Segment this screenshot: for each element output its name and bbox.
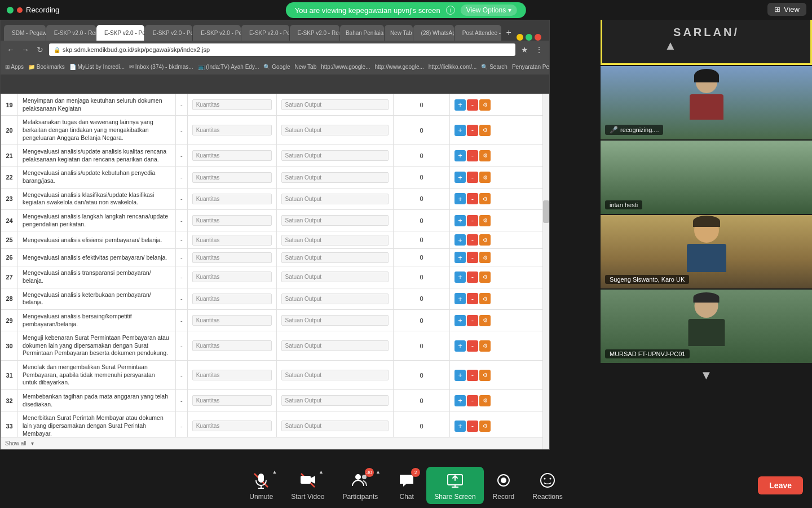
satuan-box[interactable]: Satuan Output: [281, 235, 389, 246]
plus-button[interactable]: +: [454, 421, 466, 432]
kuantitas-box[interactable]: Kuantitas: [192, 252, 272, 263]
plus-button[interactable]: +: [454, 172, 466, 183]
settings-button[interactable]: ⚙: [479, 125, 491, 136]
satuan-box[interactable]: Satuan Output: [281, 395, 389, 406]
minus-button[interactable]: -: [467, 172, 478, 183]
plus-button[interactable]: +: [454, 370, 466, 381]
dropdown-arrow[interactable]: ▾: [31, 440, 34, 446]
refresh-button[interactable]: ↻: [34, 45, 46, 54]
share-screen-button[interactable]: Share Screen: [426, 467, 483, 504]
scrollbar[interactable]: [542, 94, 549, 449]
minus-button[interactable]: -: [467, 252, 478, 263]
view-button[interactable]: ⊞ View: [767, 3, 806, 16]
bookmark-google[interactable]: 🔍 Google: [263, 64, 290, 70]
kuantitas-box[interactable]: Kuantitas: [192, 235, 272, 246]
bookmark-mylist[interactable]: 📄 MyList by Incredi...: [69, 64, 125, 70]
close-button[interactable]: [535, 34, 541, 41]
browser-tab-post[interactable]: Post Attendee - Z... ✕: [454, 25, 501, 41]
satuan-box[interactable]: Satuan Output: [281, 252, 389, 263]
satuan-box[interactable]: Satuan Output: [281, 271, 389, 282]
menu-button[interactable]: ⋮: [533, 45, 545, 54]
settings-button[interactable]: ⚙: [479, 172, 491, 183]
minus-button[interactable]: -: [467, 370, 478, 381]
satuan-box[interactable]: Satuan Output: [281, 125, 389, 135]
browser-tab-bahan[interactable]: Bahan Penilaian F... ✕: [340, 25, 384, 41]
kuantitas-box[interactable]: Kuantitas: [192, 215, 272, 226]
kuantitas-box[interactable]: Kuantitas: [192, 172, 272, 183]
unmute-button[interactable]: ▲ Unmute: [240, 466, 282, 505]
plus-button[interactable]: +: [454, 150, 466, 161]
browser-tab-sdm[interactable]: SDM - Pegawai ✕: [4, 25, 46, 41]
minus-button[interactable]: -: [467, 395, 478, 406]
bookmark-inbox[interactable]: ✉ Inbox (374) - bkdmas...: [129, 64, 193, 70]
plus-button[interactable]: +: [454, 395, 466, 406]
minus-button[interactable]: -: [467, 99, 478, 111]
back-button[interactable]: ←: [5, 45, 16, 54]
minimize-button[interactable]: [517, 34, 523, 41]
settings-button[interactable]: ⚙: [479, 315, 491, 326]
nav-arrow-up[interactable]: ▲: [664, 38, 677, 53]
satuan-box[interactable]: Satuan Output: [281, 340, 389, 351]
kuantitas-box[interactable]: Kuantitas: [192, 315, 272, 326]
participants-button[interactable]: 30 ▲ Participants: [334, 466, 387, 505]
new-tab-button[interactable]: +: [502, 25, 516, 41]
kuantitas-box[interactable]: Kuantitas: [192, 370, 272, 380]
settings-button[interactable]: ⚙: [479, 421, 491, 432]
satuan-box[interactable]: Satuan Output: [281, 194, 389, 204]
kuantitas-box[interactable]: Kuantitas: [192, 294, 272, 304]
minus-button[interactable]: -: [467, 293, 478, 304]
bookmark-button[interactable]: ★: [519, 45, 530, 54]
minus-button[interactable]: -: [467, 271, 478, 283]
satuan-box[interactable]: Satuan Output: [281, 315, 389, 326]
kuantitas-box[interactable]: Kuantitas: [192, 194, 272, 204]
plus-button[interactable]: +: [454, 99, 466, 111]
plus-button[interactable]: +: [454, 315, 466, 326]
kuantitas-box[interactable]: Kuantitas: [192, 340, 272, 351]
satuan-box[interactable]: Satuan Output: [281, 150, 389, 161]
minus-button[interactable]: -: [467, 421, 478, 432]
bookmark-url2[interactable]: http://www.google...: [375, 64, 424, 70]
bookmark-newtab[interactable]: New Tab: [295, 64, 317, 70]
start-video-button[interactable]: ▲ Start Video: [282, 466, 333, 505]
maximize-button[interactable]: [526, 34, 532, 41]
browser-tab-eskp1[interactable]: E-SKP v2.0 - Remu... ✕: [46, 25, 96, 41]
plus-button[interactable]: +: [454, 193, 466, 204]
browser-tab-eskp2[interactable]: E-SKP v2.0 - Peja... ✕: [96, 25, 144, 41]
minus-button[interactable]: -: [467, 340, 478, 352]
plus-button[interactable]: +: [454, 252, 466, 263]
browser-tab-eskp3[interactable]: E-SKP v2.0 - Peja... ✕: [145, 25, 193, 41]
chat-button[interactable]: 2 Chat: [387, 466, 426, 505]
satuan-box[interactable]: Satuan Output: [281, 99, 389, 110]
settings-button[interactable]: ⚙: [479, 271, 491, 283]
settings-button[interactable]: ⚙: [479, 150, 491, 161]
bookmark-indatv[interactable]: 📺 (Inda:TV) Ayah Edy...: [198, 64, 259, 70]
kuantitas-box[interactable]: Kuantitas: [192, 271, 272, 282]
plus-button[interactable]: +: [454, 125, 466, 136]
settings-button[interactable]: ⚙: [479, 293, 491, 304]
bookmark-url1[interactable]: http://www.google...: [321, 64, 370, 70]
bookmark-apps[interactable]: ⊞ Apps: [5, 64, 24, 70]
browser-tab-eskp6[interactable]: E-SKP v2.0 - Remu... ✕: [290, 25, 339, 41]
minus-button[interactable]: -: [467, 193, 478, 204]
kuantitas-box[interactable]: Kuantitas: [192, 125, 272, 135]
minus-button[interactable]: -: [467, 215, 478, 226]
browser-tab-newtab[interactable]: New Tab ✕: [385, 25, 413, 41]
minus-button[interactable]: -: [467, 125, 478, 136]
satuan-box[interactable]: Satuan Output: [281, 294, 389, 304]
settings-button[interactable]: ⚙: [479, 395, 491, 406]
reactions-button[interactable]: Reactions: [523, 466, 571, 505]
settings-button[interactable]: ⚙: [479, 340, 491, 352]
plus-button[interactable]: +: [454, 215, 466, 226]
minus-button[interactable]: -: [467, 150, 478, 161]
bookmark-penyaratan[interactable]: Penyaratan Pema...: [512, 64, 549, 70]
scrollbar-thumb[interactable]: [543, 200, 549, 223]
settings-button[interactable]: ⚙: [479, 370, 491, 381]
browser-tab-whatsapp[interactable]: (28) WhatsApp ✕: [413, 25, 454, 41]
settings-button[interactable]: ⚙: [479, 193, 491, 204]
kuantitas-box[interactable]: Kuantitas: [192, 150, 272, 161]
plus-button[interactable]: +: [454, 293, 466, 304]
forward-button[interactable]: →: [20, 45, 31, 54]
settings-button[interactable]: ⚙: [479, 252, 491, 263]
browser-tab-eskp4[interactable]: E-SKP v2.0 - Peja... ✕: [193, 25, 241, 41]
plus-button[interactable]: +: [454, 340, 466, 352]
